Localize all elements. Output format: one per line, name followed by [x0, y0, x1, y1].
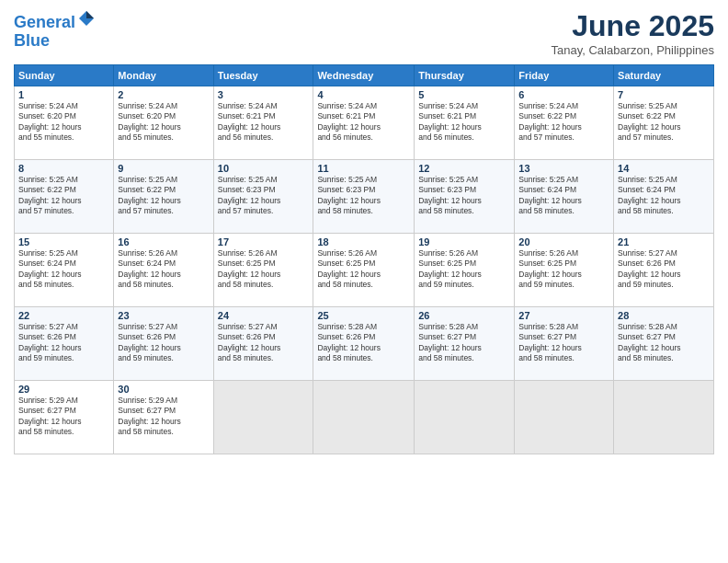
day-info: Sunrise: 5:24 AMSunset: 6:21 PMDaylight:…	[218, 101, 310, 144]
table-row: 17Sunrise: 5:26 AMSunset: 6:25 PMDayligh…	[213, 234, 313, 307]
logo-icon	[77, 9, 96, 28]
table-row: 25Sunrise: 5:28 AMSunset: 6:26 PMDayligh…	[313, 307, 415, 381]
day-info: Sunrise: 5:25 AMSunset: 6:22 PMDaylight:…	[18, 175, 109, 217]
table-row: 16Sunrise: 5:26 AMSunset: 6:24 PMDayligh…	[114, 234, 213, 307]
day-info: Sunrise: 5:25 AMSunset: 6:23 PMDaylight:…	[418, 175, 510, 217]
day-info: Sunrise: 5:24 AMSunset: 6:21 PMDaylight:…	[317, 101, 410, 144]
table-row: 5Sunrise: 5:24 AMSunset: 6:21 PMDaylight…	[415, 86, 515, 160]
day-info: Sunrise: 5:24 AMSunset: 6:21 PMDaylight:…	[418, 101, 510, 144]
table-row: 15Sunrise: 5:25 AMSunset: 6:24 PMDayligh…	[15, 234, 114, 307]
day-number: 16	[118, 236, 209, 247]
day-number: 19	[418, 236, 510, 247]
table-row: 30Sunrise: 5:29 AMSunset: 6:27 PMDayligh…	[114, 381, 213, 454]
day-info: Sunrise: 5:28 AMSunset: 6:27 PMDaylight:…	[518, 322, 609, 364]
day-number: 8	[18, 163, 109, 174]
calendar-table: Sunday Monday Tuesday Wednesday Thursday…	[14, 64, 714, 454]
day-header-row: Sunday Monday Tuesday Wednesday Thursday…	[15, 65, 714, 86]
day-number: 25	[317, 310, 410, 321]
day-info: Sunrise: 5:24 AMSunset: 6:20 PMDaylight:…	[18, 101, 109, 144]
day-number: 28	[618, 310, 710, 321]
day-info: Sunrise: 5:28 AMSunset: 6:27 PMDaylight:…	[618, 322, 710, 364]
day-number: 29	[18, 384, 109, 395]
table-row	[313, 381, 415, 454]
day-number: 11	[317, 163, 410, 174]
table-row: 7Sunrise: 5:25 AMSunset: 6:22 PMDaylight…	[614, 86, 714, 160]
col-saturday: Saturday	[614, 65, 714, 86]
day-number: 1	[18, 89, 109, 100]
day-info: Sunrise: 5:25 AMSunset: 6:24 PMDaylight:…	[518, 175, 609, 217]
day-info: Sunrise: 5:28 AMSunset: 6:26 PMDaylight:…	[317, 322, 410, 364]
day-number: 20	[518, 236, 609, 247]
table-row: 20Sunrise: 5:26 AMSunset: 6:25 PMDayligh…	[515, 234, 614, 307]
day-number: 15	[18, 236, 109, 247]
day-number: 3	[218, 89, 310, 100]
table-row: 3Sunrise: 5:24 AMSunset: 6:21 PMDaylight…	[213, 86, 313, 160]
col-thursday: Thursday	[415, 65, 515, 86]
day-number: 2	[118, 89, 209, 100]
day-number: 6	[518, 89, 609, 100]
day-info: Sunrise: 5:29 AMSunset: 6:27 PMDaylight:…	[118, 396, 209, 438]
table-row: 2Sunrise: 5:24 AMSunset: 6:20 PMDaylight…	[114, 86, 213, 160]
col-friday: Friday	[515, 65, 614, 86]
calendar-week-row: 8Sunrise: 5:25 AMSunset: 6:22 PMDaylight…	[15, 160, 714, 234]
day-number: 4	[317, 89, 410, 100]
day-info: Sunrise: 5:26 AMSunset: 6:25 PMDaylight:…	[218, 248, 310, 291]
day-number: 18	[317, 236, 410, 247]
day-info: Sunrise: 5:27 AMSunset: 6:26 PMDaylight:…	[118, 322, 209, 364]
day-info: Sunrise: 5:27 AMSunset: 6:26 PMDaylight:…	[618, 248, 710, 291]
table-row: 11Sunrise: 5:25 AMSunset: 6:23 PMDayligh…	[313, 160, 415, 234]
calendar-week-row: 15Sunrise: 5:25 AMSunset: 6:24 PMDayligh…	[15, 234, 714, 307]
title-block: June 2025 Tanay, Calabarzon, Philippines	[551, 9, 714, 57]
table-row	[415, 381, 515, 454]
table-row: 12Sunrise: 5:25 AMSunset: 6:23 PMDayligh…	[415, 160, 515, 234]
day-info: Sunrise: 5:25 AMSunset: 6:24 PMDaylight:…	[18, 248, 109, 291]
col-tuesday: Tuesday	[213, 65, 313, 86]
day-number: 12	[418, 163, 510, 174]
day-info: Sunrise: 5:26 AMSunset: 6:25 PMDaylight:…	[518, 248, 609, 291]
calendar-body: 1Sunrise: 5:24 AMSunset: 6:20 PMDaylight…	[15, 86, 714, 454]
table-row: 9Sunrise: 5:25 AMSunset: 6:22 PMDaylight…	[114, 160, 213, 234]
svg-marker-1	[86, 11, 94, 18]
table-row: 1Sunrise: 5:24 AMSunset: 6:20 PMDaylight…	[15, 86, 114, 160]
logo: General Blue	[14, 9, 96, 51]
table-row: 14Sunrise: 5:25 AMSunset: 6:24 PMDayligh…	[614, 160, 714, 234]
location-subtitle: Tanay, Calabarzon, Philippines	[551, 43, 714, 57]
table-row: 26Sunrise: 5:28 AMSunset: 6:27 PMDayligh…	[415, 307, 515, 381]
table-row: 27Sunrise: 5:28 AMSunset: 6:27 PMDayligh…	[515, 307, 614, 381]
logo-text: General Blue	[14, 9, 96, 51]
day-number: 26	[418, 310, 510, 321]
day-info: Sunrise: 5:24 AMSunset: 6:22 PMDaylight:…	[518, 101, 609, 144]
table-row: 4Sunrise: 5:24 AMSunset: 6:21 PMDaylight…	[313, 86, 415, 160]
day-number: 30	[118, 384, 209, 395]
day-number: 24	[218, 310, 310, 321]
calendar-week-row: 29Sunrise: 5:29 AMSunset: 6:27 PMDayligh…	[15, 381, 714, 454]
col-wednesday: Wednesday	[313, 65, 415, 86]
col-monday: Monday	[114, 65, 213, 86]
col-sunday: Sunday	[15, 65, 114, 86]
day-number: 10	[218, 163, 310, 174]
day-info: Sunrise: 5:29 AMSunset: 6:27 PMDaylight:…	[18, 396, 109, 438]
table-row: 29Sunrise: 5:29 AMSunset: 6:27 PMDayligh…	[15, 381, 114, 454]
table-row: 10Sunrise: 5:25 AMSunset: 6:23 PMDayligh…	[213, 160, 313, 234]
table-row: 19Sunrise: 5:26 AMSunset: 6:25 PMDayligh…	[415, 234, 515, 307]
logo-line1: General	[14, 13, 75, 31]
day-number: 13	[518, 163, 609, 174]
table-row: 24Sunrise: 5:27 AMSunset: 6:26 PMDayligh…	[213, 307, 313, 381]
month-title: June 2025	[551, 9, 714, 43]
day-number: 23	[118, 310, 209, 321]
day-number: 22	[18, 310, 109, 321]
day-number: 21	[618, 236, 710, 247]
day-info: Sunrise: 5:27 AMSunset: 6:26 PMDaylight:…	[218, 322, 310, 364]
table-row: 23Sunrise: 5:27 AMSunset: 6:26 PMDayligh…	[114, 307, 213, 381]
calendar-week-row: 22Sunrise: 5:27 AMSunset: 6:26 PMDayligh…	[15, 307, 714, 381]
table-row	[515, 381, 614, 454]
day-number: 7	[618, 89, 710, 100]
day-number: 17	[218, 236, 310, 247]
day-number: 9	[118, 163, 209, 174]
day-info: Sunrise: 5:26 AMSunset: 6:25 PMDaylight:…	[317, 248, 410, 291]
day-info: Sunrise: 5:25 AMSunset: 6:23 PMDaylight:…	[218, 175, 310, 217]
day-number: 14	[618, 163, 710, 174]
day-info: Sunrise: 5:26 AMSunset: 6:25 PMDaylight:…	[418, 248, 510, 291]
page: General Blue June 2025 Tanay, Calabarzon…	[0, 0, 728, 563]
table-row: 22Sunrise: 5:27 AMSunset: 6:26 PMDayligh…	[15, 307, 114, 381]
